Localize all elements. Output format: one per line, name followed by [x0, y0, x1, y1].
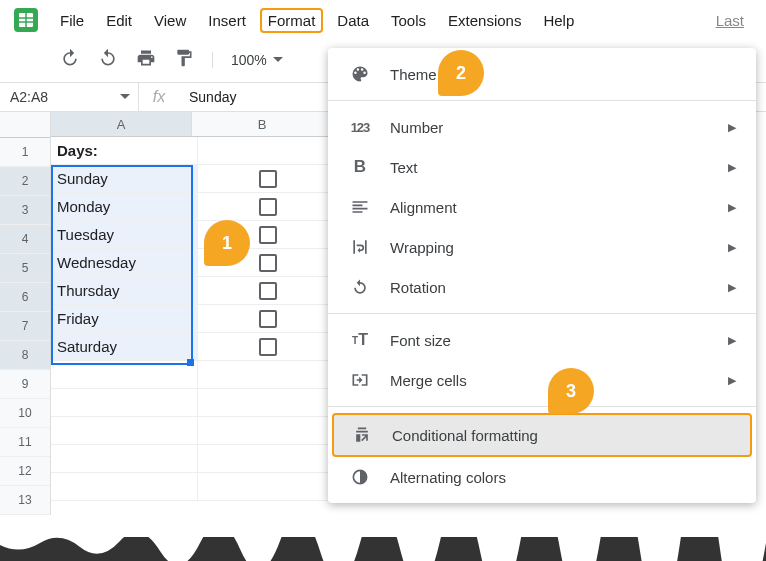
menu-view[interactable]: View — [154, 12, 186, 29]
rotate-icon — [348, 275, 372, 299]
row-headers: 12345678910111213 — [0, 112, 51, 515]
checkbox-icon[interactable] — [259, 310, 277, 328]
sheets-logo-icon — [14, 8, 38, 32]
name-box[interactable]: A2:A8 — [0, 89, 138, 105]
dropdown-arrow-icon — [273, 55, 283, 65]
cell[interactable]: Monday — [51, 193, 198, 221]
menu-insert[interactable]: Insert — [208, 12, 246, 29]
torn-edge — [0, 537, 766, 561]
zoom-dropdown[interactable]: 100% — [212, 52, 283, 68]
undo-icon[interactable] — [60, 48, 80, 72]
submenu-arrow-icon: ▶ — [728, 334, 736, 347]
menu-format[interactable]: Format — [260, 8, 324, 33]
row-header[interactable]: 9 — [0, 370, 50, 399]
cell[interactable] — [51, 473, 198, 501]
bold-icon: B — [348, 155, 372, 179]
cell[interactable]: Friday — [51, 305, 198, 333]
cell[interactable] — [198, 165, 339, 193]
paint-format-icon[interactable] — [174, 48, 194, 72]
menu-file[interactable]: File — [60, 12, 84, 29]
zoom-value: 100% — [231, 52, 267, 68]
cell[interactable] — [198, 361, 339, 389]
menu-item-label: Alternating colors — [390, 469, 506, 486]
column-header-a[interactable]: A — [51, 112, 192, 137]
selection-handle[interactable] — [187, 359, 194, 366]
row-header[interactable]: 1 — [0, 138, 50, 167]
checkbox-icon[interactable] — [259, 254, 277, 272]
callout-3: 3 — [548, 368, 594, 414]
fontsize-icon: TT — [348, 328, 372, 352]
menu-tools[interactable]: Tools — [391, 12, 426, 29]
submenu-arrow-icon: ▶ — [728, 201, 736, 214]
altcolors-icon — [348, 465, 372, 489]
submenu-arrow-icon: ▶ — [728, 161, 736, 174]
menu-data[interactable]: Data — [337, 12, 369, 29]
cell[interactable] — [51, 445, 198, 473]
row-header[interactable]: 3 — [0, 196, 50, 225]
cell[interactable] — [198, 445, 339, 473]
theme-icon — [348, 62, 372, 86]
menubar: File Edit View Insert Format Data Tools … — [0, 0, 766, 42]
checkbox-icon[interactable] — [259, 282, 277, 300]
cell[interactable] — [198, 137, 339, 165]
row-header[interactable]: 2 — [0, 167, 50, 196]
print-icon[interactable] — [136, 48, 156, 72]
cell[interactable] — [198, 389, 339, 417]
cell[interactable] — [51, 389, 198, 417]
row-header[interactable]: 7 — [0, 312, 50, 341]
menu-item-number[interactable]: 123Number▶ — [328, 107, 756, 147]
row-header[interactable]: 5 — [0, 254, 50, 283]
row-header[interactable]: 6 — [0, 283, 50, 312]
cell[interactable]: Days: — [51, 137, 198, 165]
menu-item-wrapping[interactable]: Wrapping▶ — [328, 227, 756, 267]
column-header-b[interactable]: B — [192, 112, 333, 137]
menu-separator — [328, 100, 756, 101]
last-edit-link[interactable]: Last — [716, 12, 744, 29]
cell[interactable] — [198, 473, 339, 501]
submenu-arrow-icon: ▶ — [728, 241, 736, 254]
menu-separator — [328, 406, 756, 407]
row-header[interactable]: 12 — [0, 457, 50, 486]
menu-separator — [328, 313, 756, 314]
cell[interactable] — [51, 361, 198, 389]
cell[interactable]: Tuesday — [51, 221, 198, 249]
cell[interactable] — [198, 333, 339, 361]
checkbox-icon[interactable] — [259, 170, 277, 188]
cell[interactable]: Thursday — [51, 277, 198, 305]
cell[interactable] — [198, 305, 339, 333]
select-all-corner[interactable] — [0, 112, 50, 138]
cell[interactable]: Wednesday — [51, 249, 198, 277]
row-header[interactable]: 10 — [0, 399, 50, 428]
cell[interactable] — [198, 417, 339, 445]
cell[interactable] — [198, 277, 339, 305]
menu-extensions[interactable]: Extensions — [448, 12, 521, 29]
callout-1: 1 — [204, 220, 250, 266]
checkbox-icon[interactable] — [259, 226, 277, 244]
menu-item-rotation[interactable]: Rotation▶ — [328, 267, 756, 307]
row-header[interactable]: 4 — [0, 225, 50, 254]
fx-icon: fx — [138, 83, 179, 111]
checkbox-icon[interactable] — [259, 338, 277, 356]
cell[interactable] — [198, 193, 339, 221]
menu-item-font-size[interactable]: TTFont size▶ — [328, 320, 756, 360]
row-header[interactable]: 11 — [0, 428, 50, 457]
menu-edit[interactable]: Edit — [106, 12, 132, 29]
row-header[interactable]: 13 — [0, 486, 50, 515]
menu-help[interactable]: Help — [543, 12, 574, 29]
row-header[interactable]: 8 — [0, 341, 50, 370]
menu-item-merge-cells[interactable]: Merge cells▶ — [328, 360, 756, 400]
menu-item-theme[interactable]: Theme — [328, 54, 756, 94]
menu-item-label: Number — [390, 119, 443, 136]
cell[interactable] — [51, 417, 198, 445]
menu-item-conditional-formatting[interactable]: Conditional formatting — [332, 413, 752, 457]
name-box-value: A2:A8 — [10, 89, 48, 105]
number-icon: 123 — [348, 115, 372, 139]
menu-item-text[interactable]: BText▶ — [328, 147, 756, 187]
menu-item-alignment[interactable]: Alignment▶ — [328, 187, 756, 227]
cell[interactable]: Saturday — [51, 333, 198, 361]
redo-icon[interactable] — [98, 48, 118, 72]
menu-item-alternating-colors[interactable]: Alternating colors — [328, 457, 756, 497]
cell[interactable]: Sunday — [51, 165, 198, 193]
menu-item-label: Text — [390, 159, 418, 176]
checkbox-icon[interactable] — [259, 198, 277, 216]
